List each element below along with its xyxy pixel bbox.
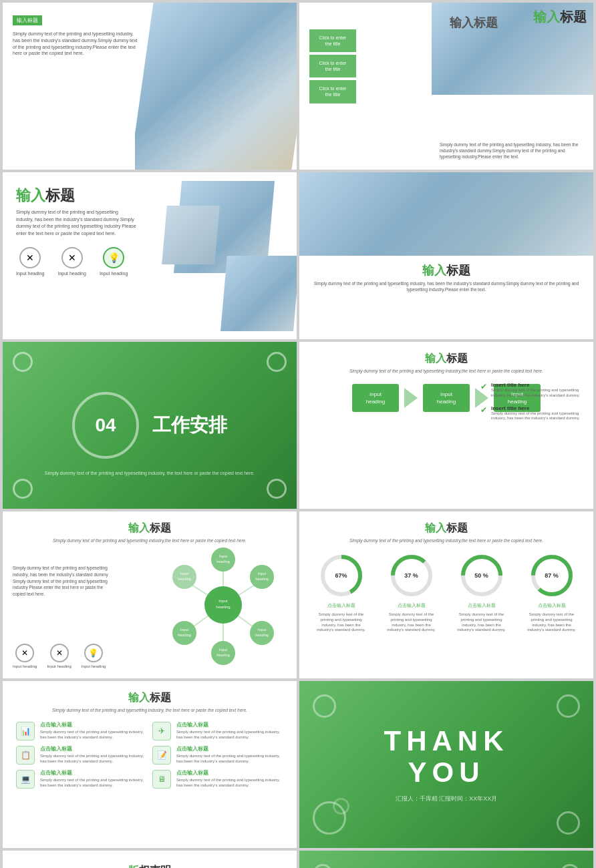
svg-text:heading: heading bbox=[255, 633, 269, 637]
chart-3: 50 % 点击输入标题 Simply dummy text of the pri… bbox=[455, 552, 508, 633]
svg-text:heading: heading bbox=[216, 605, 230, 609]
slide-2-box2: Click to enter the title bbox=[309, 55, 356, 77]
svg-text:heading: heading bbox=[178, 633, 191, 637]
s12-cc-tr bbox=[560, 864, 580, 868]
slide-6-subtitle: Simply dummy text of the printing and ty… bbox=[299, 368, 593, 381]
arrow-right-1 bbox=[404, 388, 418, 408]
slide-2-title-zh: 输入标题 bbox=[533, 8, 587, 26]
s7-icon3: 💡 bbox=[84, 644, 103, 662]
item-icon-1: 📊 bbox=[16, 722, 35, 740]
s12-cc-tl bbox=[313, 864, 333, 868]
item-icon-6: 🖥 bbox=[152, 770, 171, 789]
chart-3-desc: Simply dummy text of the printing and ty… bbox=[455, 612, 508, 633]
chart-2: 37 % 点击输入标题 Simply dummy text of the pri… bbox=[385, 552, 438, 633]
slide-8-charts: 67% 点击输入标题 Simply dummy text of the prin… bbox=[299, 549, 593, 636]
donut-4-label: 87 % bbox=[545, 572, 559, 579]
s7-icon2: ✕ bbox=[50, 644, 69, 662]
slide-5-subtitle: Simply dummy text of the printing and ty… bbox=[45, 471, 255, 475]
corner-circle-br bbox=[267, 479, 287, 499]
slide-1-content: 输入标题 Simply dummy text of the printing a… bbox=[3, 3, 150, 67]
slide-2-title: 输入标题 bbox=[450, 16, 498, 29]
slide-3-photos bbox=[164, 172, 297, 339]
s7-icon1: ✕ bbox=[15, 644, 34, 662]
item-icon-3: 📋 bbox=[16, 746, 35, 765]
icon3-circle: 💡 bbox=[103, 247, 124, 268]
slide-6-box2: Input heading bbox=[423, 384, 470, 412]
item-icon-4: 📝 bbox=[152, 746, 171, 765]
photo-block-2 bbox=[220, 256, 297, 331]
slide-2-desc: Simply dummy text of the printing and ty… bbox=[440, 142, 587, 160]
svg-text:Input: Input bbox=[180, 628, 189, 632]
donut-2: 37 % bbox=[388, 552, 435, 599]
slide-3: 输入标题 Simply dummy text of the printing a… bbox=[3, 172, 297, 339]
list-item-4: 📝 点击输入标题 Simply dummy text of the printi… bbox=[152, 746, 283, 765]
s10-cc-bl2 bbox=[333, 798, 349, 815]
donut-1: 67% bbox=[318, 552, 365, 599]
slide-4-photo bbox=[299, 172, 593, 256]
slide-2-boxes: Click to enter the title Click to enter … bbox=[309, 29, 356, 103]
slide-2-box3: Click to enter the title bbox=[309, 80, 356, 103]
slide-5: 04 工作安排 Simply dummy text of the printin… bbox=[3, 342, 297, 509]
chart-3-title: 点击输入标题 bbox=[468, 602, 496, 609]
list-item-5: 💻 点击输入标题 Simply dummy text of the printi… bbox=[16, 770, 147, 789]
chart-1: 67% 点击输入标题 Simply dummy text of the prin… bbox=[315, 552, 368, 633]
list-item-3: 📋 点击输入标题 Simply dummy text of the printi… bbox=[16, 746, 147, 765]
icon1-circle: ✕ bbox=[19, 247, 41, 268]
svg-text:Input: Input bbox=[258, 628, 267, 632]
slide-2: 输入标题 Click to enter the title Click to e… bbox=[299, 3, 593, 170]
slide-3-icon2: ✕ Input heading bbox=[57, 247, 86, 276]
slide-7-icon3: 💡 Input heading bbox=[82, 644, 106, 668]
slide-6-right-panel: ✔ Insert title here Simply dummy text of… bbox=[480, 382, 583, 428]
donut-2-label: 37 % bbox=[404, 572, 418, 579]
hub-svg: Input heading Input heading Input headin… bbox=[156, 545, 290, 665]
slide-3-body: Simply dummy text of the printing and ty… bbox=[3, 209, 150, 237]
item-icon-5: 💻 bbox=[16, 770, 35, 789]
slide-7-icons: ✕ Input heading ✕ Input heading 💡 Input … bbox=[13, 644, 106, 668]
icon2-circle: ✕ bbox=[61, 247, 83, 268]
slide-4-body: Simply dummy text of the printing and ty… bbox=[299, 280, 593, 292]
slide-6-box1: Input heading bbox=[352, 384, 399, 412]
slide-6-title: 输入标题 bbox=[299, 342, 593, 368]
slide-8-subtitle: Simply dummy text of the printing and ty… bbox=[299, 537, 593, 549]
svg-text:heading: heading bbox=[255, 577, 269, 581]
svg-text:heading: heading bbox=[178, 577, 191, 581]
list-item-6: 🖥 点击输入标题 Simply dummy text of the printi… bbox=[152, 770, 283, 789]
svg-text:Input: Input bbox=[258, 572, 267, 576]
s10-cc-br bbox=[557, 811, 580, 835]
chart-1-title: 点击输入标题 bbox=[327, 602, 355, 609]
slide-1-image bbox=[135, 3, 297, 170]
chart-2-title: 点击输入标题 bbox=[398, 602, 426, 609]
slide-7-icon2: ✕ Input heading bbox=[47, 644, 71, 668]
slide-10: THANKYOU 汇报人：千库精 汇报时间：XX年XX月 bbox=[299, 681, 593, 848]
corner-circle-tr bbox=[267, 352, 287, 372]
slide-7-title: 输入标题 bbox=[3, 511, 297, 537]
presentation-grid: 输入标题 Simply dummy text of the printing a… bbox=[0, 0, 596, 868]
svg-text:heading: heading bbox=[216, 560, 230, 564]
slide-3-icon1: ✕ Input heading bbox=[16, 247, 44, 276]
slide-6-check2: ✔ Insert title here Simply dummy text of… bbox=[480, 405, 583, 422]
slide-9: 输入标题 Simply dummy text of the printing a… bbox=[3, 681, 297, 848]
slide-7: 输入标题 Simply dummy text of the printing a… bbox=[3, 511, 297, 678]
check-icon-1: ✔ bbox=[480, 382, 487, 399]
chart-1-desc: Simply dummy text of the printing and ty… bbox=[315, 612, 368, 633]
slide-3-icon3: 💡 Input heading bbox=[100, 247, 128, 276]
chart-4-desc: Simply dummy text of the printing and ty… bbox=[525, 612, 579, 633]
chart-2-desc: Simply dummy text of the printing and ty… bbox=[385, 612, 438, 633]
s10-cc-tr bbox=[557, 694, 580, 718]
svg-text:heading: heading bbox=[216, 653, 230, 657]
slide-11-title: 版权声明 bbox=[16, 864, 283, 868]
donut-4: 87 % bbox=[529, 552, 575, 599]
svg-text:Input: Input bbox=[219, 554, 228, 558]
slide-6-check1: ✔ Insert title here Simply dummy text of… bbox=[480, 382, 583, 399]
hub-diagram: Input heading Input heading Input headin… bbox=[156, 545, 290, 665]
donut-1-label: 67% bbox=[335, 572, 347, 579]
donut-3: 50 % bbox=[458, 552, 505, 599]
donut-3-label: 50 % bbox=[474, 572, 488, 579]
slide-12: Business 汇报人：千库精 千库精职 汇报时间：XX年XX月 bbox=[299, 851, 593, 868]
slide-10-thankyou: THANKYOU bbox=[384, 726, 509, 787]
slide-10-subinfo: 汇报人：千库精 汇报时间：XX年XX月 bbox=[396, 795, 498, 803]
slide-4-title: 输入标题 bbox=[299, 256, 593, 280]
slide-9-title: 输入标题 bbox=[3, 681, 297, 707]
slide-9-subtitle: Simply dummy text of the printing and ty… bbox=[3, 707, 297, 718]
slide-1-badge: 输入标题 bbox=[13, 15, 42, 25]
